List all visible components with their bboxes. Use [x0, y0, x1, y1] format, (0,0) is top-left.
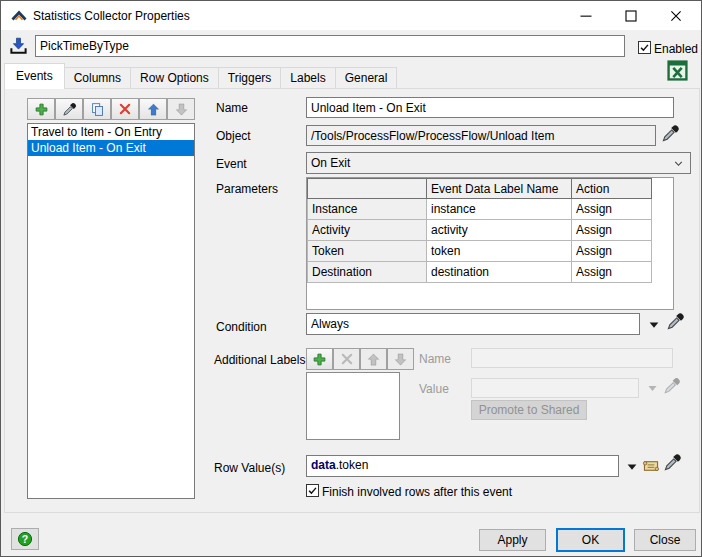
event-list-item-selected[interactable]: Unload Item - On Exit — [28, 140, 194, 156]
param-action-cell[interactable]: Assign — [572, 262, 652, 283]
param-col-action: Action — [572, 179, 652, 199]
checkmark-icon — [307, 485, 318, 496]
add-label-button[interactable] — [306, 348, 333, 370]
additional-labels-label: Additional Labels — [214, 353, 305, 367]
close-window-button[interactable] — [653, 1, 698, 30]
param-action-cell[interactable]: Assign — [572, 241, 652, 262]
label-name-input — [471, 348, 673, 368]
minimize-button[interactable] — [563, 1, 608, 30]
flexsim-logo-icon — [11, 8, 27, 24]
row-values-dropdown-button[interactable] — [625, 460, 639, 474]
move-event-down-button[interactable] — [167, 98, 195, 120]
eyedropper-icon — [62, 102, 77, 117]
enabled-checkbox[interactable] — [638, 41, 651, 54]
object-label: Object — [216, 129, 251, 143]
label-value-dropdown-button — [646, 382, 659, 395]
excel-icon — [667, 60, 688, 81]
tab-row-options[interactable]: Row Options — [130, 67, 219, 89]
parameters-table-container: Event Data Label Name Action Instance in… — [306, 177, 674, 310]
finish-rows-label: Finish involved rows after this event — [322, 485, 512, 499]
arrow-down-icon — [393, 352, 408, 367]
tab-events[interactable]: Events — [4, 63, 65, 89]
additional-labels-listbox[interactable] — [306, 372, 400, 440]
event-dropdown-value: On Exit — [311, 156, 350, 170]
add-event-button[interactable] — [27, 98, 55, 120]
events-listbox[interactable]: Travel to Item - On Entry Unload Item - … — [27, 123, 195, 499]
plus-icon — [312, 352, 327, 367]
tab-strip: Events Columns Row Options Triggers Labe… — [4, 63, 396, 89]
param-action-cell[interactable]: Assign — [572, 199, 652, 220]
object-path-field[interactable] — [306, 125, 656, 146]
row-values-label: Row Value(s) — [214, 461, 285, 475]
export-to-excel-button[interactable] — [667, 60, 688, 81]
param-row-name: Activity — [308, 220, 427, 241]
object-sampler-button[interactable] — [661, 124, 680, 143]
param-row-name: Token — [308, 241, 427, 262]
event-dropdown[interactable]: On Exit — [306, 152, 691, 174]
param-label-cell[interactable]: instance — [427, 199, 572, 220]
help-button[interactable] — [11, 528, 39, 550]
label-value-sampler-button — [663, 377, 681, 395]
event-list-item[interactable]: Travel to Item - On Entry — [28, 124, 194, 140]
close-icon — [668, 8, 684, 24]
table-row[interactable]: Token token Assign — [308, 241, 652, 262]
tab-columns[interactable]: Columns — [64, 67, 131, 89]
eyedropper-icon — [666, 312, 685, 331]
table-row[interactable]: Instance instance Assign — [308, 199, 652, 220]
delete-label-button[interactable] — [333, 348, 360, 370]
finish-rows-checkbox[interactable] — [306, 484, 319, 497]
title-bar[interactable]: Statistics Collector Properties — [1, 1, 701, 31]
table-header-row: Event Data Label Name Action — [308, 179, 652, 199]
sample-event-button[interactable] — [55, 98, 83, 120]
tab-general[interactable]: General — [335, 67, 398, 89]
arrow-down-icon — [174, 102, 189, 117]
minimize-icon — [578, 8, 594, 24]
parameters-table[interactable]: Event Data Label Name Action Instance in… — [307, 178, 652, 283]
eyedropper-icon — [663, 377, 681, 395]
move-event-up-button[interactable] — [139, 98, 167, 120]
move-label-up-button[interactable] — [360, 348, 387, 370]
delete-event-button[interactable] — [111, 98, 139, 120]
eyedropper-icon — [663, 453, 682, 472]
eyedropper-icon — [661, 124, 680, 143]
maximize-icon — [623, 8, 639, 24]
param-action-cell[interactable]: Assign — [572, 220, 652, 241]
move-label-down-button[interactable] — [387, 348, 414, 370]
plus-icon — [34, 102, 49, 117]
window-title: Statistics Collector Properties — [33, 1, 190, 31]
condition-dropdown-button[interactable] — [647, 318, 661, 332]
condition-label: Condition — [216, 320, 267, 334]
row-values-sampler-button[interactable] — [663, 453, 682, 472]
arrow-up-icon — [366, 352, 381, 367]
statistics-collector-properties-dialog: Statistics Collector Properties Enabled … — [0, 0, 702, 557]
parameters-label: Parameters — [216, 182, 278, 196]
delete-x-icon — [118, 102, 132, 116]
row-values-input[interactable]: data.token — [306, 455, 619, 477]
condition-input[interactable] — [306, 313, 640, 335]
param-label-cell[interactable]: token — [427, 241, 572, 262]
tab-triggers[interactable]: Triggers — [218, 67, 282, 89]
param-row-name: Instance — [308, 199, 427, 220]
param-label-cell[interactable]: destination — [427, 262, 572, 283]
row-values-code-button[interactable] — [642, 457, 660, 475]
triangle-down-icon — [647, 318, 661, 332]
delete-x-icon — [340, 352, 354, 366]
maximize-button[interactable] — [608, 1, 653, 30]
copy-icon — [90, 102, 105, 117]
collector-name-input[interactable] — [35, 35, 625, 57]
collector-download-icon — [9, 37, 28, 56]
table-row[interactable]: Activity activity Assign — [308, 220, 652, 241]
label-value-label: Value — [419, 382, 449, 396]
condition-sampler-button[interactable] — [666, 312, 685, 331]
copy-event-button[interactable] — [83, 98, 111, 120]
event-name-input[interactable] — [306, 97, 674, 118]
flexscript-scroll-icon — [642, 457, 660, 475]
param-col-event-data-label: Event Data Label Name — [427, 179, 572, 199]
label-value-input — [471, 378, 639, 398]
ok-button[interactable]: OK — [556, 528, 625, 552]
apply-button[interactable]: Apply — [479, 529, 546, 551]
tab-labels[interactable]: Labels — [280, 67, 335, 89]
close-button[interactable]: Close — [634, 529, 696, 551]
table-row[interactable]: Destination destination Assign — [308, 262, 652, 283]
param-label-cell[interactable]: activity — [427, 220, 572, 241]
